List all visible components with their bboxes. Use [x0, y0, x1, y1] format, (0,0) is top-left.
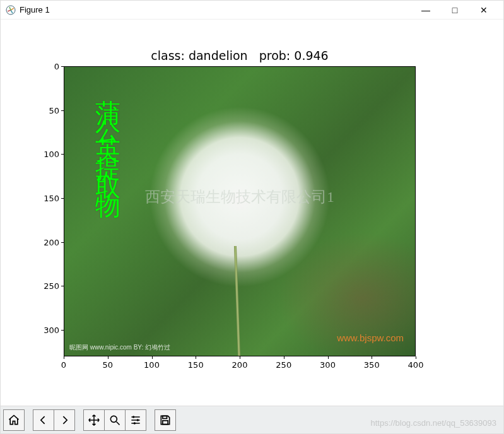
plot-canvas: class: dandelion prob: 0.946 蒲公英提取物 西安天瑞…: [1, 20, 503, 406]
xtick-label: 100: [144, 360, 160, 370]
cn-vertical-text: 蒲公英提取物: [85, 79, 130, 193]
home-icon: [8, 414, 20, 426]
ytick-label: 0: [34, 62, 59, 71]
close-button[interactable]: ✕: [469, 1, 498, 20]
ytick-label: 150: [34, 194, 59, 203]
ytick-label: 300: [34, 326, 59, 335]
arrow-right-icon: [58, 414, 71, 426]
arrow-left-icon: [37, 414, 50, 426]
window-title: Figure 1: [20, 5, 411, 15]
svg-rect-6: [163, 420, 168, 424]
svg-point-2: [132, 416, 134, 418]
xtick-label: 150: [188, 360, 204, 370]
ytick-label: 200: [34, 237, 59, 247]
sliders-icon: [129, 414, 142, 426]
xtick-label: 400: [408, 360, 424, 370]
xtick-label: 250: [276, 360, 291, 370]
stem: [234, 246, 240, 356]
ytick-label: 250: [34, 281, 59, 291]
ytick-label: 100: [34, 150, 59, 159]
bottom-left-watermark: 昵图网 www.nipic.com BY: 幻鳰竹过: [69, 343, 170, 352]
matplotlib-toolbar: https://blog.csdn.net/qq_53639093: [1, 406, 503, 433]
xtick-label: 300: [320, 360, 336, 370]
axes: 蒲公英提取物 西安天瑞生物技术有限公司1 www.bjspw.com 昵图网 w…: [64, 66, 416, 356]
minimize-button[interactable]: —: [411, 1, 440, 20]
forward-button[interactable]: [54, 409, 75, 431]
zoom-button[interactable]: [104, 409, 126, 431]
move-icon: [88, 414, 100, 426]
xtick-label: 0: [61, 360, 66, 370]
image-display: 蒲公英提取物 西安天瑞生物技术有限公司1 www.bjspw.com 昵图网 w…: [64, 66, 416, 356]
save-button[interactable]: [155, 409, 176, 431]
floppy-icon: [159, 414, 172, 426]
maximize-button[interactable]: □: [440, 1, 469, 20]
configure-button[interactable]: [125, 409, 146, 431]
csdn-watermark: https://blog.csdn.net/qq_53639093: [371, 418, 497, 428]
svg-point-4: [134, 422, 136, 424]
plot-title: class: dandelion prob: 0.946: [64, 49, 416, 62]
xtick-label: 50: [102, 360, 113, 370]
center-watermark: 西安天瑞生物技术有限公司1: [145, 187, 334, 207]
xtick-label: 350: [364, 360, 380, 370]
titlebar: Figure 1 — □ ✕: [1, 1, 503, 20]
back-button[interactable]: [33, 409, 54, 431]
pan-button[interactable]: [83, 409, 105, 431]
matplotlib-icon: [6, 5, 16, 15]
url-watermark: www.bjspw.com: [337, 332, 404, 343]
svg-point-3: [137, 419, 139, 421]
magnifier-icon: [108, 414, 121, 426]
svg-rect-5: [163, 416, 167, 418]
xtick-label: 200: [232, 360, 248, 370]
home-button[interactable]: [3, 409, 25, 431]
svg-point-1: [110, 416, 117, 422]
ytick-label: 50: [34, 105, 59, 115]
